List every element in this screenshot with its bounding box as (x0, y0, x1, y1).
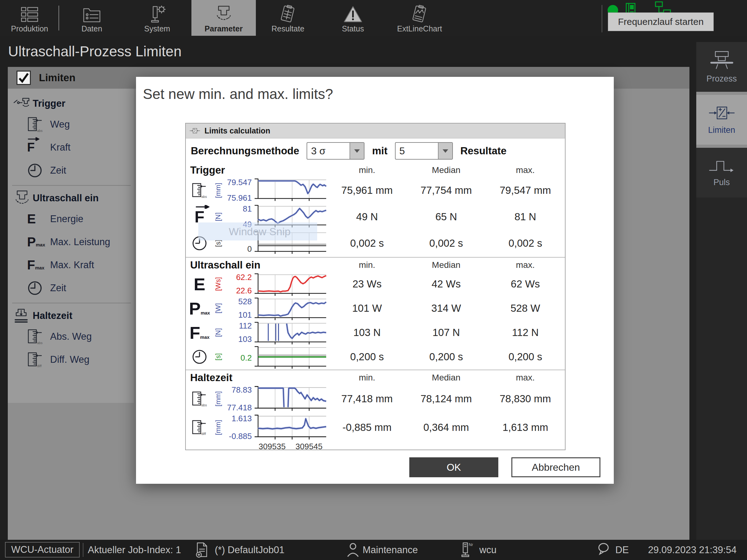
limit-row-abs-weg: abs [mm] 78.83 77.418 77,418 mm 78,124 m… (186, 384, 565, 413)
tab-parameter[interactable]: Parameter (191, 0, 256, 36)
status-bar: WCU-Actuator Aktueller Job-Index: 1 (*) … (0, 540, 747, 560)
column-header-min: min. (328, 373, 407, 383)
right-nav-puls[interactable]: Puls (696, 148, 747, 197)
limiten-checkbox-label: Limiten (39, 72, 75, 84)
svg-text:abs: abs (37, 129, 43, 133)
limit-row-trigger-weg: abs [mm] 79.547 75.961 75,961 mm 77,754 … (186, 177, 565, 204)
right-nav-label: Puls (713, 178, 730, 187)
limits-icon (709, 105, 735, 122)
chevron-down-icon[interactable] (350, 143, 364, 159)
tab-daten[interactable]: Daten (69, 0, 115, 36)
clock-icon (27, 280, 50, 296)
sidebar-item-kraft[interactable]: F Kraft (8, 136, 134, 159)
right-nav-prozess[interactable]: Prozess (696, 42, 747, 92)
value-max: 112 N (486, 320, 565, 345)
limit-row-energie: E [Ws] 62.2 22.6 23 Ws 42 Ws 62 Ws (186, 272, 565, 296)
actuator-name-label: wcu (479, 540, 496, 560)
pulse-icon (708, 158, 736, 175)
app-window: Produktion Daten System Parameter Resul (0, 0, 747, 560)
value-max: 78,830 mm (486, 384, 565, 413)
sidebar-item-label: Max. Leistung (50, 236, 110, 248)
tab-label: Parameter (205, 24, 242, 33)
actuator-gear-icon (148, 6, 166, 23)
axis-max: 81 (243, 204, 252, 214)
value-max: 0,200 s (486, 345, 565, 369)
sidebar-section-ultraschall[interactable]: Ultraschall ein (8, 189, 134, 208)
section-title: Ultraschall ein (186, 259, 328, 271)
dialog-title: Set new min. and max. limits? (143, 85, 333, 102)
language-bubble-icon (597, 542, 611, 556)
axis-min: 103 (238, 335, 252, 344)
limit-row-diff-weg: diff [mm] 1.613 -0.885 -0,885 mm 0,364 m… (186, 413, 565, 442)
limiten-checkbox[interactable] (17, 71, 31, 85)
tab-system[interactable]: System (134, 0, 181, 36)
language-label[interactable]: DE (615, 540, 629, 560)
method-dropdown[interactable]: 3 σ (307, 142, 364, 160)
press-icon (14, 308, 33, 324)
sidebar-section-haltezeit[interactable]: Haltezeit (8, 306, 134, 325)
user-name-label[interactable]: Maintenance (363, 540, 418, 560)
sidebar-item-label: Zeit (50, 165, 66, 176)
value-max: 1,613 mm (486, 413, 565, 442)
axis-min: -0.885 (229, 431, 252, 441)
folder-list-icon (82, 6, 101, 23)
force-arrow-icon: F (27, 141, 50, 154)
cancel-button[interactable]: Abbrechen (511, 457, 600, 477)
mit-label: mit (372, 145, 387, 157)
value-max: 528 W (486, 296, 565, 320)
tab-label: Daten (81, 24, 102, 33)
tab-resultate[interactable]: Resultate (264, 0, 311, 36)
section-header-trigger: Trigger min. Median max. (186, 163, 565, 177)
count-dropdown[interactable]: 5 (395, 142, 453, 160)
right-nav-label: Limiten (708, 125, 735, 135)
frequenzlauf-button[interactable]: Frequenzlauf starten (608, 12, 714, 31)
sidebar-item-label: Kraft (50, 142, 70, 153)
value-median: 78,124 mm (407, 384, 486, 413)
results-clipboard-icon (279, 5, 297, 23)
sidebar-item-label: Max. Kraft (50, 260, 94, 271)
sparkline-chart (254, 320, 328, 345)
ok-button[interactable]: OK (409, 457, 498, 477)
value-median: 0,002 s (407, 230, 486, 256)
right-nav-gap (696, 92, 747, 95)
svg-text:diff: diff (37, 364, 42, 368)
axis-max: 528 (238, 297, 252, 306)
sidebar-item-energie[interactable]: E Energie (8, 208, 134, 231)
device-badge[interactable]: WCU-Actuator (5, 542, 80, 558)
method-dropdown-value: 3 σ (307, 143, 350, 159)
x-tick-label: 309535 (259, 442, 286, 451)
sparkline-chart (254, 272, 328, 296)
axis-min: 22.6 (236, 286, 252, 296)
value-median: 314 W (407, 296, 486, 320)
sidebar-item-abs-weg[interactable]: abs Abs. Weg (8, 325, 134, 348)
sidebar-item-max-leistung[interactable]: Pmax Max. Leistung (8, 231, 134, 254)
timestamp-label: 29.09.2023 21:39:54 (648, 540, 737, 560)
column-header-median: Median (407, 165, 486, 175)
sidebar-item-weg[interactable]: abs Weg (8, 113, 134, 136)
column-header-median: Median (407, 373, 486, 383)
column-header-median: Median (407, 260, 486, 270)
sidebar-section-trigger[interactable]: Trigger (8, 94, 134, 113)
tab-extlinechart[interactable]: ExtLineChart (390, 0, 449, 36)
chevron-down-icon[interactable] (438, 143, 452, 159)
sidebar-item-zeit-us[interactable]: Zeit (8, 276, 134, 300)
sidebar-item-label: Weg (50, 119, 70, 130)
axis-unit: [W] (214, 298, 222, 318)
value-min: 23 Ws (328, 272, 407, 296)
tab-status[interactable]: Status (330, 0, 376, 36)
count-dropdown-value: 5 (395, 143, 438, 159)
right-nav-gap (696, 145, 747, 148)
resultate-label: Resultate (460, 145, 507, 157)
tab-produktion[interactable]: Produktion (6, 0, 53, 36)
sidebar-item-max-kraft[interactable]: Fmax Max. Kraft (8, 254, 134, 276)
job-name-label: (*) DefaultJob01 (215, 540, 284, 560)
column-header-max: max. (486, 373, 565, 383)
limits-icon (189, 126, 200, 136)
parameter-sidebar: Trigger abs Weg F Kraft Zeit (8, 89, 134, 403)
clock-icon (27, 163, 50, 178)
sidebar-item-zeit-trigger[interactable]: Zeit (8, 159, 134, 182)
value-median: 0,200 s (407, 345, 486, 369)
right-nav-limiten[interactable]: Limiten (696, 95, 747, 145)
sidebar-item-diff-weg[interactable]: diff Diff. Weg (8, 348, 134, 371)
axis-unit: [mm] (214, 418, 222, 437)
